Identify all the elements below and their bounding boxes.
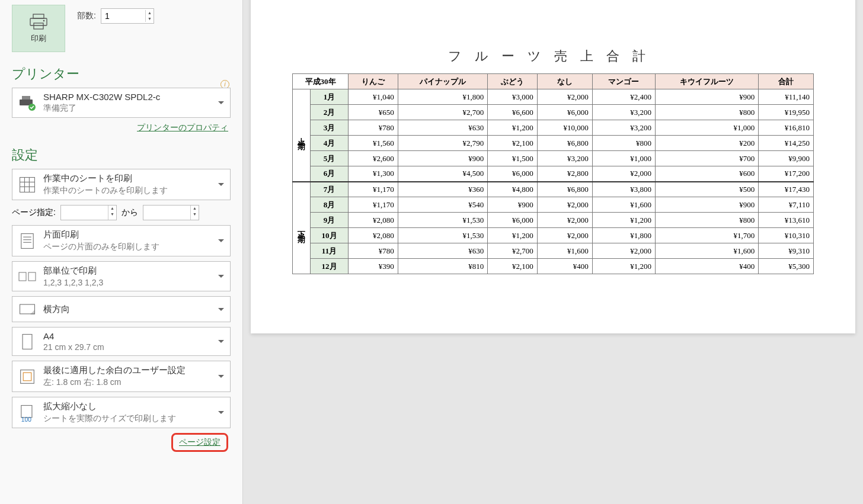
value-cell: ¥2,790 (398, 136, 488, 151)
fruit-header: なし (537, 74, 592, 89)
table-row: 3月¥780¥630¥1,200¥10,000¥3,200¥1,000¥16,8… (293, 120, 814, 136)
scaling-select[interactable]: 100 拡大縮小なし シートを実際のサイズで印刷します (12, 397, 231, 428)
month-cell: 2月 (311, 105, 349, 120)
scaling-l1: 拡大縮小なし (43, 401, 212, 412)
total-header: 合計 (759, 74, 814, 89)
value-cell: ¥1,000 (655, 120, 758, 136)
scaling-l2: シートを実際のサイズで印刷します (43, 413, 212, 424)
total-cell: ¥13,610 (759, 213, 814, 228)
value-cell: ¥400 (655, 259, 758, 274)
margins-select[interactable]: 最後に適用した余白のユーザー設定 左: 1.8 cm 右: 1.8 cm (12, 361, 231, 392)
svg-rect-19 (23, 334, 32, 349)
value-cell: ¥1,600 (655, 243, 758, 259)
fruit-header: ぶどう (488, 74, 538, 89)
year-header: 平成30年 (293, 74, 349, 89)
value-cell: ¥2,000 (592, 166, 655, 182)
chevron-down-icon (218, 101, 224, 104)
value-cell: ¥2,700 (488, 243, 538, 259)
value-cell: ¥2,000 (537, 89, 592, 105)
settings-heading: 設定 (12, 146, 231, 164)
svg-rect-2 (34, 23, 43, 29)
printer-select[interactable]: SHARP MX-C302W SPDL2-c 準備完了 (12, 88, 231, 118)
header-row: 平成30年 りんご パイナップル ぶどう なし マンゴー キウイフルーツ 合計 (293, 74, 814, 89)
range-from-input[interactable]: ▲▼ (60, 205, 117, 220)
table-row: 9月¥2,080¥1,530¥6,000¥2,000¥1,200¥800¥13,… (293, 213, 814, 228)
value-cell: ¥3,000 (488, 89, 538, 105)
month-cell: 10月 (311, 228, 349, 243)
value-cell: ¥3,200 (537, 151, 592, 166)
range-to-input[interactable]: ▲▼ (143, 205, 199, 220)
value-cell: ¥900 (488, 197, 538, 213)
page-icon (17, 232, 37, 250)
month-cell: 11月 (311, 243, 349, 259)
value-cell: ¥900 (655, 89, 758, 105)
fruit-header: パイナップル (398, 74, 488, 89)
value-cell: ¥2,000 (537, 228, 592, 243)
print-what-l1: 作業中のシートを印刷 (43, 173, 212, 184)
chevron-down-icon (218, 308, 224, 311)
value-cell: ¥1,300 (349, 166, 398, 182)
total-cell: ¥14,250 (759, 136, 814, 151)
margins-icon (17, 368, 37, 386)
collate-select[interactable]: 部単位で印刷 1,2,3 1,2,3 1,2,3 (12, 261, 231, 291)
margins-l1: 最後に適用した余白のユーザー設定 (43, 365, 212, 376)
value-cell: ¥540 (398, 197, 488, 213)
value-cell: ¥800 (655, 213, 758, 228)
value-cell: ¥1,600 (592, 197, 655, 213)
printer-properties-link[interactable]: プリンターのプロパティ (137, 123, 228, 132)
value-cell: ¥600 (655, 166, 758, 182)
spinner-arrows[interactable]: ▲▼ (145, 10, 154, 22)
copies-value[interactable]: 1 (101, 10, 145, 22)
total-cell: ¥5,300 (759, 259, 814, 274)
value-cell: ¥2,800 (537, 166, 592, 182)
value-cell: ¥2,000 (537, 197, 592, 213)
total-cell: ¥10,310 (759, 228, 814, 243)
value-cell: ¥1,200 (592, 259, 655, 274)
value-cell: ¥200 (655, 136, 758, 151)
copies-spinner[interactable]: 1 ▲▼ (101, 8, 154, 24)
duplex-l2: ページの片面のみを印刷します (43, 242, 212, 252)
grid-icon (17, 176, 37, 194)
preview-title: フルーツ売上合計 (292, 47, 814, 65)
printer-name: SHARP MX-C302W SPDL2-c (43, 92, 212, 102)
print-what-select[interactable]: 作業中のシートを印刷 作業中のシートのみを印刷します (12, 169, 231, 200)
value-cell: ¥700 (655, 151, 758, 166)
table-row: 11月¥780¥630¥2,700¥1,600¥2,000¥1,600¥9,31… (293, 243, 814, 259)
range-label: ページ指定: (12, 207, 56, 218)
value-cell: ¥6,800 (537, 182, 592, 197)
value-cell: ¥1,170 (349, 197, 398, 213)
paper-select[interactable]: A4 21 cm x 29.7 cm (12, 327, 231, 356)
printer-status-icon (17, 94, 37, 112)
value-cell: ¥3,800 (592, 182, 655, 197)
duplex-select[interactable]: 片面印刷 ページの片面のみを印刷します (12, 225, 231, 256)
value-cell: ¥6,600 (488, 105, 538, 120)
printer-status: 準備完了 (43, 103, 212, 114)
svg-rect-1 (30, 18, 47, 25)
value-cell: ¥1,200 (488, 120, 538, 136)
chevron-down-icon (218, 375, 224, 378)
month-cell: 8月 (311, 197, 349, 213)
print-what-l2: 作業中のシートのみを印刷します (43, 185, 212, 196)
chevron-down-icon (218, 239, 224, 242)
value-cell: ¥1,170 (349, 182, 398, 197)
table-row: 6月¥1,300¥4,500¥6,000¥2,800¥2,000¥600¥17,… (293, 166, 814, 182)
svg-rect-16 (19, 272, 26, 281)
value-cell: ¥3,200 (592, 105, 655, 120)
svg-rect-7 (20, 177, 35, 192)
value-cell: ¥6,000 (488, 166, 538, 182)
page-range-row: ページ指定: ▲▼ から ▲▼ (12, 205, 231, 220)
month-cell: 6月 (311, 166, 349, 182)
month-cell: 12月 (311, 259, 349, 274)
orientation-select[interactable]: 横方向 (12, 296, 231, 322)
value-cell: ¥6,800 (537, 136, 592, 151)
print-settings-panel: 印刷 部数: 1 ▲▼ i プリンター SHARP MX-C302W SPDL2… (0, 0, 243, 504)
value-cell: ¥810 (398, 259, 488, 274)
print-button[interactable]: 印刷 (12, 5, 65, 52)
table-row: 5月¥2,600¥900¥1,500¥3,200¥1,000¥700¥9,900 (293, 151, 814, 166)
value-cell: ¥1,800 (592, 228, 655, 243)
collate-icon (17, 268, 37, 285)
value-cell: ¥2,700 (398, 105, 488, 120)
page-setup-link[interactable]: ページ設定 (179, 437, 220, 447)
svg-rect-20 (21, 370, 34, 383)
printer-icon (28, 13, 49, 31)
